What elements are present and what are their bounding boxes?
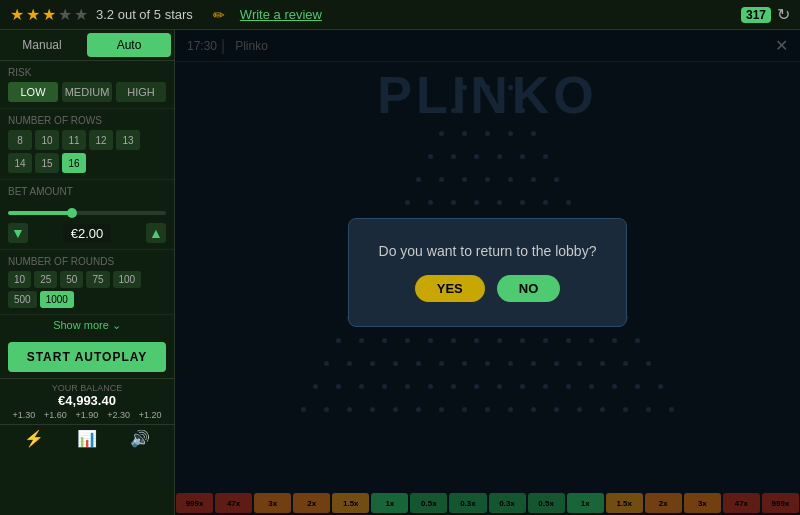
show-more-label: Show more (53, 319, 109, 331)
rounds-grid: 10 25 50 75 100 500 1000 (8, 271, 166, 308)
rounds-btn-75[interactable]: 75 (86, 271, 109, 288)
score-badge: 317 (741, 7, 771, 23)
rows-btn-15[interactable]: 15 (35, 153, 59, 173)
rows-section: NUMBER OF ROWS 8 10 11 12 13 14 15 16 (0, 109, 174, 180)
risk-buttons: LOW MEDIUM HIGH (8, 82, 166, 102)
rows-label: NUMBER OF ROWS (8, 115, 166, 126)
bet-amount-row: ▼ €2.00 ▲ (8, 223, 166, 243)
bet-down-btn[interactable]: ▼ (8, 223, 28, 243)
rounds-btn-10[interactable]: 10 (8, 271, 31, 288)
star-4: ★ (58, 5, 72, 24)
start-autoplay-btn[interactable]: START AUTOPLAY (8, 342, 166, 372)
dialog-message: Do you want to return to the lobby? (379, 243, 597, 259)
rows-btn-12[interactable]: 12 (89, 130, 113, 150)
rounds-btn-100[interactable]: 100 (113, 271, 142, 288)
mode-tabs: Manual Auto (0, 30, 174, 61)
bet-up-btn[interactable]: ▲ (146, 223, 166, 243)
balance-row: +1.30 +1.60 +1.90 +2.30 +1.20 (8, 410, 166, 420)
tab-manual[interactable]: Manual (0, 30, 84, 60)
dialog-yes-btn[interactable]: YES (415, 275, 485, 302)
bet-section: BET AMOUNT ▼ €2.00 ▲ (0, 180, 174, 250)
risk-section: RISK LOW MEDIUM HIGH (0, 61, 174, 109)
rounds-label: NUMBER OF ROUNDS (8, 256, 166, 267)
rows-grid: 8 10 11 12 13 14 15 16 (8, 130, 166, 173)
balance-item-5: +1.20 (139, 410, 162, 420)
risk-low-btn[interactable]: LOW (8, 82, 58, 102)
rows-btn-8[interactable]: 8 (8, 130, 32, 150)
show-more-btn[interactable]: Show more ⌄ (0, 315, 174, 336)
balance-item-4: +2.30 (107, 410, 130, 420)
lightning-icon[interactable]: ⚡ (24, 429, 44, 448)
rounds-btn-1000[interactable]: 1000 (40, 291, 74, 308)
game-area: 17:30 | Plinko ✕ PLINKO 999x47x3x2x1.5x1… (175, 30, 800, 515)
rounds-btn-500[interactable]: 500 (8, 291, 37, 308)
refresh-icon[interactable]: ↻ (777, 5, 790, 24)
rows-btn-13[interactable]: 13 (116, 130, 140, 150)
star-5: ★ (74, 5, 88, 24)
rows-btn-10[interactable]: 10 (35, 130, 59, 150)
dialog-overlay: Do you want to return to the lobby? YES … (175, 30, 800, 515)
main-layout: Manual Auto RISK LOW MEDIUM HIGH NUMBER … (0, 30, 800, 515)
left-panel: Manual Auto RISK LOW MEDIUM HIGH NUMBER … (0, 30, 175, 515)
rating-text: 3.2 out of 5 stars (96, 7, 193, 22)
balance-value: €4,993.40 (8, 393, 166, 408)
dialog-box: Do you want to return to the lobby? YES … (348, 218, 628, 327)
balance-section: YOUR BALANCE €4,993.40 +1.30 +1.60 +1.90… (0, 378, 174, 424)
star-3: ★ (42, 5, 56, 24)
bet-value: €2.00 (63, 224, 112, 243)
write-review-link[interactable]: Write a review (240, 7, 322, 22)
rounds-btn-25[interactable]: 25 (34, 271, 57, 288)
pencil-icon: ✏ (213, 7, 225, 23)
stars-container: ★ ★ ★ ★ ★ (10, 5, 88, 24)
balance-item-3: +1.90 (76, 410, 99, 420)
bet-label: BET AMOUNT (8, 186, 166, 197)
balance-label: YOUR BALANCE (8, 383, 166, 393)
star-2: ★ (26, 5, 40, 24)
dialog-no-btn[interactable]: NO (497, 275, 561, 302)
chevron-down-icon: ⌄ (112, 319, 121, 331)
bottom-icons: ⚡ 📊 🔊 (0, 424, 174, 452)
rounds-section: NUMBER OF ROUNDS 10 25 50 75 100 500 100… (0, 250, 174, 315)
star-1: ★ (10, 5, 24, 24)
rows-btn-14[interactable]: 14 (8, 153, 32, 173)
risk-label: RISK (8, 67, 166, 78)
rounds-btn-50[interactable]: 50 (60, 271, 83, 288)
balance-item-2: +1.60 (44, 410, 67, 420)
balance-item-1: +1.30 (12, 410, 35, 420)
bet-slider-container[interactable] (8, 201, 166, 219)
risk-high-btn[interactable]: HIGH (116, 82, 166, 102)
top-bar-right: 317 ↻ (741, 5, 790, 24)
bet-slider[interactable] (8, 211, 166, 215)
risk-medium-btn[interactable]: MEDIUM (62, 82, 112, 102)
sound-icon[interactable]: 🔊 (130, 429, 150, 448)
dialog-buttons: YES NO (379, 275, 597, 302)
chart-icon[interactable]: 📊 (77, 429, 97, 448)
rows-btn-16[interactable]: 16 (62, 153, 86, 173)
rows-btn-11[interactable]: 11 (62, 130, 86, 150)
tab-auto[interactable]: Auto (87, 33, 171, 57)
top-bar: ★ ★ ★ ★ ★ 3.2 out of 5 stars ✏ Write a r… (0, 0, 800, 30)
